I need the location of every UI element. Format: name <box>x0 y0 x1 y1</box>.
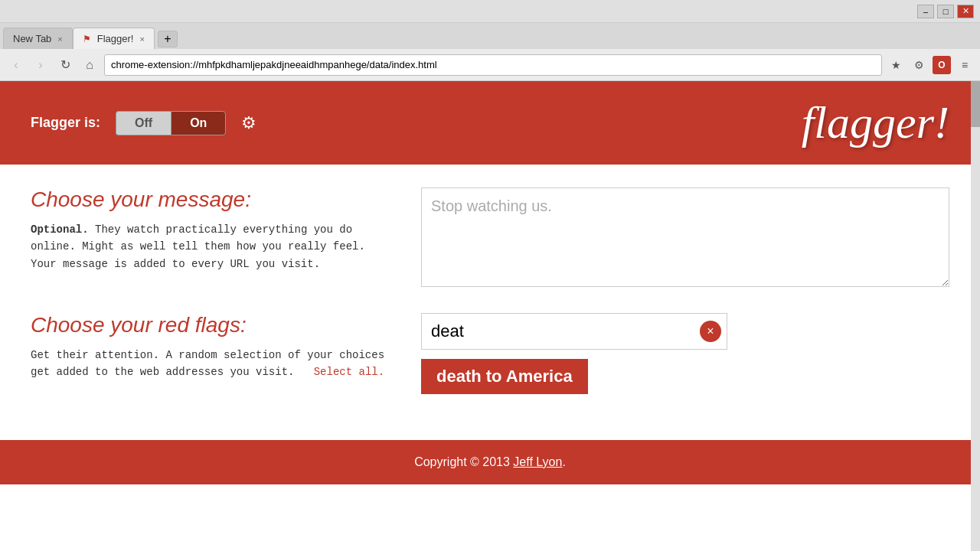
tab-favicon: ⚑ <box>83 34 91 44</box>
settings-gear-icon[interactable]: ⚙ <box>241 113 256 133</box>
flags-section: Choose your red flags: Get their attenti… <box>31 313 949 394</box>
opera-button[interactable]: O <box>933 56 951 74</box>
search-container: × <box>421 313 727 350</box>
minimize-button[interactable]: – <box>917 5 934 18</box>
red-flag-tag[interactable]: death to America <box>421 359 588 394</box>
flags-section-left: Choose your red flags: Get their attenti… <box>31 313 390 394</box>
toggle-on-button[interactable]: On <box>171 111 226 135</box>
scrollbar-thumb[interactable] <box>971 81 980 127</box>
select-all-link[interactable]: Select all. <box>314 366 384 378</box>
app-logo: flagger! <box>802 96 949 149</box>
nav-icons: ★ ⚙ O ≡ <box>887 56 974 74</box>
message-section-desc: Optional. They watch practically everyth… <box>31 221 390 272</box>
title-bar: – □ ✕ <box>0 0 980 23</box>
close-button[interactable]: ✕ <box>957 5 974 18</box>
page-footer: Copyright © 2013 Jeff Lyon. <box>0 440 980 484</box>
close-tab-icon[interactable]: × <box>57 34 62 44</box>
flags-section-right: × death to America <box>421 313 949 394</box>
browser-frame: – □ ✕ New Tab × ⚑ Flagger! × + ‹ › ↻ ⌂ ★… <box>0 0 980 551</box>
message-section-title: Choose your message: <box>31 187 390 212</box>
close-tab-icon[interactable]: × <box>139 34 144 44</box>
flagger-is-label: Flagger is: <box>31 115 100 131</box>
message-section-right <box>421 187 949 290</box>
message-textarea[interactable] <box>421 187 949 287</box>
flags-section-title: Choose your red flags: <box>31 313 390 337</box>
main-content: Choose your message: Optional. They watc… <box>0 165 980 440</box>
back-button[interactable]: ‹ <box>6 55 26 75</box>
tabs-bar: New Tab × ⚑ Flagger! × + <box>0 23 980 49</box>
toggle-off-button[interactable]: Off <box>116 111 171 135</box>
footer-link[interactable]: Jeff Lyon <box>513 455 562 468</box>
message-section-left: Choose your message: Optional. They watc… <box>31 187 390 290</box>
tab-label: New Tab <box>13 33 51 44</box>
home-button[interactable]: ⌂ <box>80 55 100 75</box>
window-controls: – □ ✕ <box>917 5 974 18</box>
tab-flagger[interactable]: ⚑ Flagger! × <box>73 28 155 49</box>
message-section: Choose your message: Optional. They watc… <box>31 187 949 290</box>
menu-icon[interactable]: ≡ <box>956 56 974 74</box>
flags-section-desc: Get their attention. A random selection … <box>31 347 390 381</box>
address-bar[interactable] <box>104 54 882 76</box>
flags-search-input[interactable] <box>421 313 727 350</box>
bookmark-icon[interactable]: ★ <box>887 56 905 74</box>
settings-icon[interactable]: ⚙ <box>910 56 928 74</box>
page-header: Flagger is: Off On ⚙ flagger! <box>0 81 980 165</box>
scrollbar[interactable] <box>971 81 980 551</box>
clear-search-button[interactable]: × <box>700 321 721 342</box>
new-tab-button[interactable]: + <box>158 31 178 47</box>
optional-label: Optional. <box>31 223 89 236</box>
toggle-group: Off On <box>116 111 226 135</box>
refresh-button[interactable]: ↻ <box>55 55 75 75</box>
footer-period: . <box>562 455 565 468</box>
tab-label: Flagger! <box>97 33 134 44</box>
navigation-bar: ‹ › ↻ ⌂ ★ ⚙ O ≡ <box>0 49 980 81</box>
forward-button[interactable]: › <box>31 55 51 75</box>
maximize-button[interactable]: □ <box>937 5 954 18</box>
footer-text: Copyright © 2013 <box>414 455 513 468</box>
page-content: Flagger is: Off On ⚙ flagger! Choose you… <box>0 81 980 551</box>
tab-new-tab[interactable]: New Tab × <box>3 28 73 49</box>
